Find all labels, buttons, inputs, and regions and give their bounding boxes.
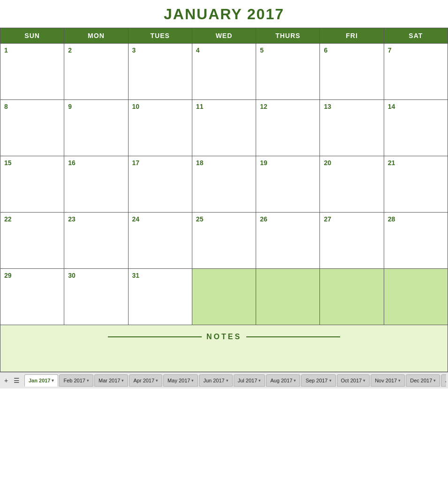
sheet-tab-dropdown-arrow[interactable]: ▾ xyxy=(156,378,158,383)
day-header-fri: FRI xyxy=(320,28,384,44)
sheet-tab-jan-2017[interactable]: Jan 2017▾ xyxy=(24,374,58,387)
sheet-tab-dec-2017[interactable]: Dec 2017▾ xyxy=(406,374,440,387)
calendar-day-cell[interactable]: 6 xyxy=(320,44,384,100)
calendar-day-cell[interactable]: 8 xyxy=(0,100,64,156)
calendar-day-cell[interactable]: 26 xyxy=(256,213,320,269)
days-header-row: SUNMONTUESWEDTHURSFRISAT xyxy=(0,28,448,44)
sheet-tab-label: Aug 2017 xyxy=(270,378,292,383)
calendar-day-cell[interactable]: 21 xyxy=(384,156,448,213)
sheet-tab-label: Jun 2017 xyxy=(203,378,224,383)
calendar-day-cell[interactable]: 4 xyxy=(192,44,256,100)
sheet-tab-feb-2017[interactable]: Feb 2017▾ xyxy=(59,374,93,387)
calendar-title: JANUARY 2017 xyxy=(0,0,448,28)
calendar-day-cell[interactable]: 11 xyxy=(192,100,256,156)
calendar-day-cell[interactable]: 10 xyxy=(128,100,192,156)
calendar-day-cell[interactable]: 29 xyxy=(0,269,64,325)
day-header-mon: MON xyxy=(64,28,128,44)
sheet-tab-dropdown-arrow[interactable]: ▾ xyxy=(226,378,228,383)
sheet-tab-label: May 2017 xyxy=(167,378,190,383)
calendar-day-cell[interactable]: 14 xyxy=(384,100,448,156)
calendar-day-cell[interactable]: 15 xyxy=(0,156,64,213)
calendar-day-cell[interactable]: 30 xyxy=(64,269,128,325)
sheet-tab-dropdown-arrow[interactable]: ▾ xyxy=(433,378,436,383)
calendar-grid: SUNMONTUESWEDTHURSFRISAT 123456789101112… xyxy=(0,28,448,372)
notes-cell[interactable]: NOTES xyxy=(0,325,448,372)
sheet-tab-jul-2017[interactable]: Jul 2017▾ xyxy=(234,374,266,387)
sheet-tab-dropdown-arrow[interactable]: ▾ xyxy=(87,378,89,383)
day-header-sun: SUN xyxy=(0,28,64,44)
calendar-day-cell[interactable]: 3 xyxy=(128,44,192,100)
sheet-tab-mar-2017[interactable]: Mar 2017▾ xyxy=(94,374,128,387)
sheet-tab-dropdown-arrow[interactable]: ▾ xyxy=(294,378,296,383)
calendar-day-cell[interactable]: 22 xyxy=(0,213,64,269)
sheet-tab-label: Jan 2017 xyxy=(29,378,50,383)
calendar-day-cell[interactable]: 18 xyxy=(192,156,256,213)
calendar-week-row: 293031 xyxy=(0,269,448,325)
calendar-day-cell[interactable]: 24 xyxy=(128,213,192,269)
sheet-tab-apr-2017[interactable]: Apr 2017▾ xyxy=(129,374,162,387)
sheet-tab-label: Oct 2017 xyxy=(341,378,362,383)
calendar-day-cell[interactable]: 19 xyxy=(256,156,320,213)
sheet-tab-label: Apr 2017 xyxy=(133,378,154,383)
calendar-day-cell[interactable]: 27 xyxy=(320,213,384,269)
calendar-day-cell[interactable]: 13 xyxy=(320,100,384,156)
notes-label: NOTES xyxy=(4,333,444,341)
sheet-tab-nov-2017[interactable]: Nov 2017▾ xyxy=(371,374,405,387)
calendar-container: JANUARY 2017 SUNMONTUESWEDTHURSFRISAT 12… xyxy=(0,0,448,372)
sheet-tab-dropdown-arrow[interactable]: ▾ xyxy=(398,378,401,383)
calendar-day-cell[interactable]: 2 xyxy=(64,44,128,100)
calendar-day-cell[interactable]: 7 xyxy=(384,44,448,100)
calendar-week-row: 15161718192021 xyxy=(0,156,448,213)
sheet-tab-jan-2018[interactable]: Jan 2018▾ xyxy=(441,374,446,387)
sheet-tab-sep-2017[interactable]: Sep 2017▾ xyxy=(301,374,335,387)
calendar-week-row: 891011121314 xyxy=(0,100,448,156)
sheet-tabs-container: Jan 2017▾Feb 2017▾Mar 2017▾Apr 2017▾May … xyxy=(24,374,446,387)
sheet-tab-label: Nov 2017 xyxy=(375,378,397,383)
calendar-day-cell[interactable]: 23 xyxy=(64,213,128,269)
sheet-tab-dropdown-arrow[interactable]: ▾ xyxy=(52,378,54,383)
calendar-day-cell[interactable]: 1 xyxy=(0,44,64,100)
sheet-tab-label: Jul 2017 xyxy=(238,378,258,383)
sheet-tab-dropdown-arrow[interactable]: ▾ xyxy=(121,378,124,383)
sheet-tab-jun-2017[interactable]: Jun 2017▾ xyxy=(199,374,232,387)
calendar-week-row: 1234567 xyxy=(0,44,448,100)
sheet-tab-label: Sep 2017 xyxy=(305,378,327,383)
sheet-tab-oct-2017[interactable]: Oct 2017▾ xyxy=(337,374,370,387)
notes-row: NOTES xyxy=(0,325,448,372)
calendar-day-cell[interactable]: 17 xyxy=(128,156,192,213)
calendar-day-cell[interactable] xyxy=(320,269,384,325)
sheet-tab-dropdown-arrow[interactable]: ▾ xyxy=(258,378,261,383)
add-sheet-icon[interactable]: + xyxy=(2,376,10,385)
sheet-tab-dropdown-arrow[interactable]: ▾ xyxy=(191,378,194,383)
calendar-day-cell[interactable] xyxy=(256,269,320,325)
calendar-day-cell[interactable]: 25 xyxy=(192,213,256,269)
sheet-tab-label: Dec 2017 xyxy=(410,378,432,383)
tab-bar: + ☰ Jan 2017▾Feb 2017▾Mar 2017▾Apr 2017▾… xyxy=(0,372,448,388)
calendar-day-cell[interactable]: 31 xyxy=(128,269,192,325)
sheet-tab-dropdown-arrow[interactable]: ▾ xyxy=(329,378,332,383)
day-header-wed: WED xyxy=(192,28,256,44)
calendar-day-cell[interactable]: 16 xyxy=(64,156,128,213)
calendar-day-cell[interactable]: 28 xyxy=(384,213,448,269)
day-header-thurs: THURS xyxy=(256,28,320,44)
sheet-tab-label: Mar 2017 xyxy=(99,378,120,383)
calendar-day-cell[interactable]: 9 xyxy=(64,100,128,156)
sheet-tab-dropdown-arrow[interactable]: ▾ xyxy=(363,378,365,383)
calendar-day-cell[interactable]: 12 xyxy=(256,100,320,156)
calendar-day-cell[interactable]: 20 xyxy=(320,156,384,213)
day-header-tues: TUES xyxy=(128,28,192,44)
sheet-tab-label: Feb 2017 xyxy=(63,378,85,383)
sheet-tab-aug-2017[interactable]: Aug 2017▾ xyxy=(266,374,300,387)
day-header-sat: SAT xyxy=(384,28,448,44)
sheet-tab-label: Jan 2018 xyxy=(445,378,446,383)
sheet-tab-may-2017[interactable]: May 2017▾ xyxy=(163,374,198,387)
calendar-day-cell[interactable]: 5 xyxy=(256,44,320,100)
menu-icon[interactable]: ☰ xyxy=(12,376,21,385)
calendar-day-cell[interactable] xyxy=(384,269,448,325)
tab-bar-icons: + ☰ xyxy=(2,376,21,385)
calendar-day-cell[interactable] xyxy=(192,269,256,325)
calendar-week-row: 22232425262728 xyxy=(0,213,448,269)
